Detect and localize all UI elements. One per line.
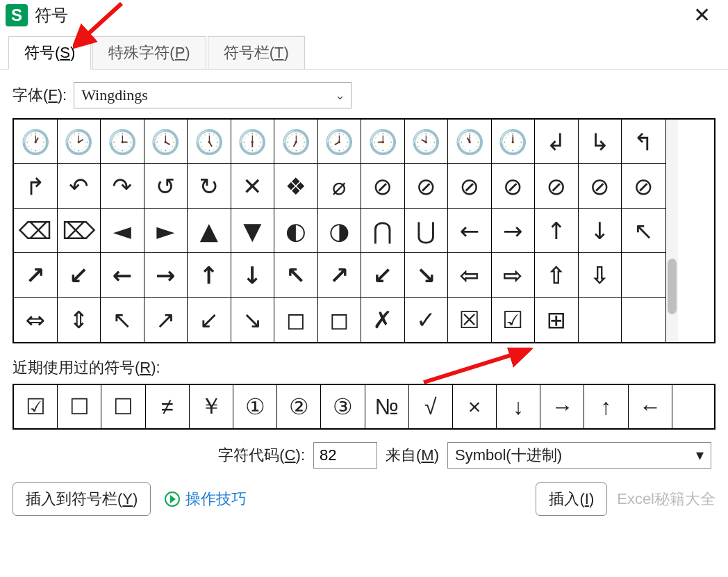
symbol-cell[interactable]: 🕐 — [14, 120, 58, 164]
recent-symbol-cell[interactable]: ￥ — [190, 385, 233, 428]
symbol-cell[interactable]: ⇦ — [448, 253, 492, 298]
symbol-cell[interactable]: ✕ — [231, 164, 275, 209]
symbol-cell[interactable]: ⋂ — [361, 209, 405, 253]
symbol-cell[interactable]: ◄ — [101, 209, 144, 253]
symbol-cell[interactable]: 🕕 — [231, 120, 275, 164]
symbol-cell[interactable]: 🕓 — [144, 120, 188, 164]
symbol-cell[interactable]: 🕚 — [448, 120, 492, 164]
symbol-cell[interactable]: ← — [448, 209, 492, 253]
symbol-cell[interactable]: ⊘ — [535, 164, 579, 209]
insert-button[interactable]: 插入(I) — [536, 482, 607, 516]
tab-symbol-bar[interactable]: 符号栏(T) — [208, 36, 305, 70]
symbol-cell[interactable]: ⊞ — [535, 298, 579, 342]
symbol-cell[interactable]: 🕗 — [318, 120, 362, 164]
symbol-cell[interactable]: ↑ — [535, 209, 579, 253]
recent-symbol-cell[interactable] — [672, 385, 716, 428]
symbol-cell[interactable]: ↺ — [144, 164, 188, 209]
symbol-cell[interactable]: ↖ — [101, 298, 144, 342]
recent-symbol-cell[interactable]: ① — [233, 385, 277, 428]
symbol-cell[interactable]: ↘ — [405, 253, 449, 298]
symbol-cell[interactable]: ⇔ — [14, 298, 58, 342]
recent-symbol-cell[interactable]: ← — [629, 385, 672, 428]
symbol-cell[interactable] — [579, 298, 622, 342]
symbol-cell[interactable]: ⊘ — [361, 164, 405, 209]
symbol-cell[interactable]: ☑ — [492, 298, 536, 342]
symbol-cell[interactable]: ↙ — [58, 253, 101, 298]
symbol-cell[interactable]: ↱ — [14, 164, 58, 209]
symbol-cell[interactable]: ⌀ — [318, 164, 362, 209]
tips-link[interactable]: 操作技巧 — [165, 489, 247, 510]
symbol-cell[interactable]: ← — [101, 253, 144, 298]
symbol-cell[interactable]: ✓ — [405, 298, 449, 342]
symbol-cell[interactable]: ↖ — [622, 209, 665, 253]
recent-symbol-cell[interactable]: × — [453, 385, 497, 428]
symbol-cell[interactable]: ↓ — [231, 253, 275, 298]
symbol-cell[interactable]: ↓ — [579, 209, 622, 253]
symbol-cell[interactable]: 🕔 — [188, 120, 231, 164]
insert-to-bar-button[interactable]: 插入到符号栏(Y) — [13, 482, 151, 516]
symbol-cell[interactable]: ↙ — [361, 253, 405, 298]
symbol-cell[interactable]: ⇩ — [579, 253, 622, 298]
symbol-cell[interactable]: 🕑 — [58, 120, 101, 164]
symbol-cell[interactable]: ⊘ — [579, 164, 622, 209]
symbol-cell[interactable]: ↘ — [231, 298, 275, 342]
symbol-cell[interactable]: ⌫ — [14, 209, 58, 253]
encoding-dropdown[interactable]: Symbol(十进制) ▾ — [447, 442, 711, 469]
symbol-cell[interactable]: ↻ — [188, 164, 231, 209]
symbol-cell[interactable]: ↷ — [101, 164, 144, 209]
symbol-cell[interactable]: ↶ — [58, 164, 101, 209]
symbol-cell[interactable]: ↲ — [535, 120, 579, 164]
symbol-cell[interactable]: ☒ — [448, 298, 492, 342]
font-dropdown[interactable]: Wingdings ⌄ — [74, 82, 351, 108]
close-button[interactable]: ✕ — [688, 4, 715, 25]
char-code-input[interactable] — [313, 442, 377, 469]
symbol-cell[interactable]: ⇧ — [535, 253, 579, 298]
symbol-cell[interactable] — [622, 253, 665, 298]
tab-symbols[interactable]: 符号(S) — [8, 36, 91, 70]
symbol-cell[interactable]: ↗ — [318, 253, 362, 298]
symbol-cell[interactable]: ⌦ — [58, 209, 101, 253]
symbol-cell[interactable]: ⋃ — [405, 209, 449, 253]
symbol-cell[interactable]: ⊘ — [492, 164, 536, 209]
symbol-cell[interactable]: → — [144, 253, 188, 298]
symbol-cell[interactable]: ↳ — [579, 120, 622, 164]
symbol-cell[interactable]: ◑ — [318, 209, 362, 253]
symbol-cell[interactable]: 🕘 — [361, 120, 405, 164]
symbol-cell[interactable] — [622, 298, 665, 342]
symbol-cell[interactable]: ⇨ — [492, 253, 536, 298]
symbol-cell[interactable]: 🕒 — [101, 120, 144, 164]
recent-symbol-cell[interactable]: ↓ — [497, 385, 540, 428]
recent-symbol-cell[interactable]: ② — [277, 385, 321, 428]
symbol-cell[interactable]: 🕛 — [492, 120, 536, 164]
recent-symbol-cell[interactable]: ☐ — [58, 385, 101, 428]
recent-symbol-cell[interactable]: ≠ — [146, 385, 190, 428]
grid-scrollbar[interactable] — [665, 120, 678, 342]
recent-symbol-cell[interactable]: № — [365, 385, 409, 428]
symbol-cell[interactable]: ⊘ — [448, 164, 492, 209]
tab-special-chars[interactable]: 特殊字符(P) — [92, 36, 206, 70]
recent-symbol-cell[interactable]: ③ — [321, 385, 365, 428]
symbol-cell[interactable]: ↖ — [274, 253, 318, 298]
symbol-cell[interactable]: ◐ — [274, 209, 318, 253]
symbol-cell[interactable]: ↗ — [144, 298, 188, 342]
symbol-cell[interactable]: ↙ — [188, 298, 231, 342]
symbol-cell[interactable]: ✗ — [361, 298, 405, 342]
symbol-cell[interactable]: ▼ — [231, 209, 275, 253]
symbol-cell[interactable]: ◻ — [274, 298, 318, 342]
symbol-cell[interactable]: ↗ — [14, 253, 58, 298]
recent-symbol-cell[interactable]: → — [540, 385, 584, 428]
symbol-cell[interactable]: 🕖 — [274, 120, 318, 164]
symbol-cell[interactable]: ❖ — [274, 164, 318, 209]
recent-symbol-cell[interactable]: ☑ — [14, 385, 58, 428]
symbol-cell[interactable]: ⇕ — [58, 298, 101, 342]
symbol-cell[interactable]: ▲ — [188, 209, 231, 253]
symbol-cell[interactable]: → — [492, 209, 536, 253]
symbol-cell[interactable]: ⊘ — [622, 164, 665, 209]
recent-symbol-cell[interactable]: ↑ — [584, 385, 628, 428]
symbol-cell[interactable]: ↰ — [622, 120, 665, 164]
symbol-cell[interactable]: ⊘ — [405, 164, 449, 209]
symbol-cell[interactable]: 🕙 — [405, 120, 449, 164]
symbol-cell[interactable]: ◻ — [318, 298, 362, 342]
recent-symbol-cell[interactable]: ☐ — [101, 385, 145, 428]
symbol-cell[interactable]: ► — [144, 209, 188, 253]
